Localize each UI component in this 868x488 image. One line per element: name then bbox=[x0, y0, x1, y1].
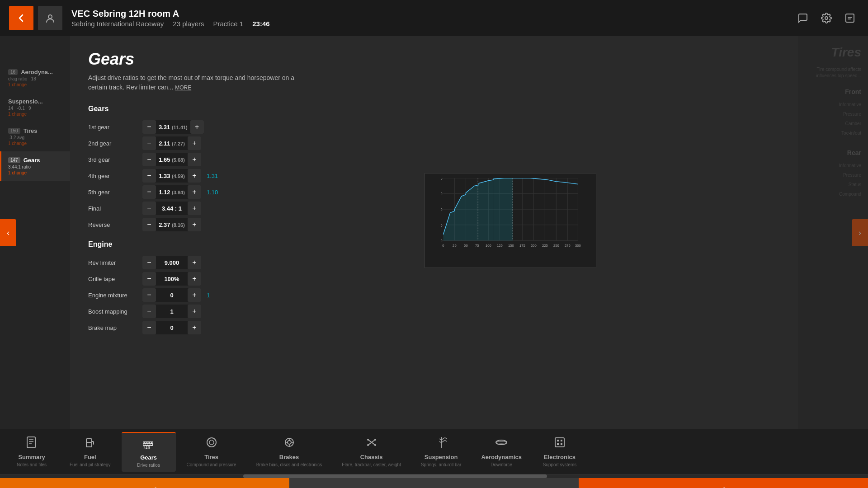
tires-badge: 150 bbox=[8, 128, 20, 134]
electronics-tab-label: Electronics bbox=[544, 454, 576, 460]
tab-aero[interactable]: Aerodynamics Downforce bbox=[472, 432, 531, 472]
svg-point-0 bbox=[48, 15, 52, 19]
reverse-label: Reverse bbox=[88, 221, 142, 228]
tab-brakes[interactable]: Brakes Brake bias, discs and electronics bbox=[247, 432, 331, 472]
gears-sub: 3.44:1 ratio bbox=[8, 164, 63, 169]
gear-4-plus[interactable]: + bbox=[188, 169, 201, 183]
gear-3-plus[interactable]: + bbox=[188, 153, 201, 166]
user-icon-button[interactable] bbox=[38, 6, 62, 30]
right-rear-item-4: Compound bbox=[805, 192, 861, 197]
aero-sub: drag ratio 18 bbox=[8, 76, 63, 81]
tab-fuel[interactable]: Fuel Fuel and pit strategy bbox=[61, 432, 120, 472]
topbar-subtitle: Sebring International Raceway 23 players… bbox=[71, 20, 789, 28]
gear-2-minus[interactable]: − bbox=[142, 136, 156, 150]
scrollbar-thumb[interactable] bbox=[243, 474, 547, 478]
right-front-item-4: Toe-in/out bbox=[805, 131, 861, 136]
tab-summary[interactable]: Summary Notes and files bbox=[5, 432, 59, 472]
svg-rect-72 bbox=[555, 438, 564, 447]
right-front-item-3: Camber bbox=[805, 121, 861, 126]
track-name: Sebring International Raceway bbox=[71, 20, 164, 28]
sidebar-item-suspension[interactable]: Suspensio... 14 -0.1 9 1 change bbox=[0, 93, 70, 122]
gear-row-final: Final − 3.44 : 1 + bbox=[88, 201, 218, 216]
gear-5-minus[interactable]: − bbox=[142, 185, 156, 199]
final-plus[interactable]: + bbox=[188, 202, 201, 215]
grille-tape-minus[interactable]: − bbox=[142, 272, 156, 286]
brake-map-label: Brake map bbox=[88, 324, 142, 331]
gear-1-stepper: − 3.31 (11.41) + bbox=[142, 120, 204, 134]
svg-rect-74 bbox=[561, 440, 562, 441]
tires-change: 1 change bbox=[8, 141, 63, 146]
sidebar-item-aero[interactable]: 16 Aerodyna... drag ratio 18 1 change bbox=[0, 63, 70, 93]
tab-gears[interactable]: R135 240 Gears Drive ratios bbox=[122, 432, 176, 472]
rev-limiter-label: Rev limiter bbox=[88, 259, 142, 266]
session-type: Practice 1 bbox=[213, 20, 244, 28]
sidebar-item-gears[interactable]: 147 Gears 3.44:1 ratio 1 change bbox=[0, 151, 70, 181]
horizontal-scrollbar[interactable] bbox=[0, 474, 868, 478]
chassis-tab-sub: Flare, trackbar, caster, weight bbox=[342, 462, 401, 467]
engine-mixture-label: Engine mixture bbox=[88, 292, 142, 299]
boost-mapping-plus[interactable]: + bbox=[188, 305, 201, 318]
watch-button[interactable]: Watch bbox=[0, 478, 289, 488]
rev-limiter-plus[interactable]: + bbox=[188, 256, 201, 269]
aero-tab-sub: Downforce bbox=[491, 462, 512, 467]
rev-limiter-minus[interactable]: − bbox=[142, 256, 156, 269]
svg-point-65 bbox=[367, 439, 369, 441]
grille-tape-plus[interactable]: + bbox=[188, 272, 201, 286]
gear-2-plus[interactable]: + bbox=[188, 136, 201, 150]
svg-point-58 bbox=[288, 441, 291, 444]
brake-map-stepper: − 0 + bbox=[142, 321, 201, 334]
gear-4-minus[interactable]: − bbox=[142, 169, 156, 183]
brake-map-plus[interactable]: + bbox=[188, 321, 201, 334]
reverse-plus[interactable]: + bbox=[188, 218, 201, 231]
gear-3-minus[interactable]: − bbox=[142, 153, 156, 166]
tab-suspension[interactable]: Suspension Springs, anti-roll bar bbox=[412, 432, 470, 472]
sidebar-prev-button[interactable]: ‹ bbox=[0, 219, 16, 246]
chart-container: 0 20 40 60 80 0 25 50 75 100 125 150 175 bbox=[241, 105, 780, 336]
svg-text:0: 0 bbox=[442, 244, 444, 248]
gear-5-label: 5th gear bbox=[88, 189, 142, 196]
svg-rect-2 bbox=[846, 14, 854, 22]
sidebar-item-tires[interactable]: 150 Tires -3.2 avg 1 change bbox=[0, 122, 70, 151]
tab-electronics[interactable]: Electronics Support systems bbox=[533, 432, 587, 472]
sidebar-right-next-button[interactable]: › bbox=[852, 219, 868, 246]
tires-tab-icon bbox=[205, 436, 218, 452]
svg-text:40: 40 bbox=[441, 207, 443, 212]
svg-marker-22 bbox=[466, 185, 479, 240]
svg-point-71 bbox=[496, 441, 507, 443]
svg-text:80: 80 bbox=[441, 178, 443, 181]
gear-1-plus[interactable]: + bbox=[190, 120, 204, 134]
settings-icon[interactable] bbox=[817, 9, 835, 27]
engine-mixture-plus[interactable]: + bbox=[188, 288, 201, 302]
svg-marker-21 bbox=[454, 195, 466, 241]
right-front-item-2: Pressure bbox=[805, 112, 861, 117]
back-button[interactable] bbox=[9, 6, 33, 30]
svg-point-66 bbox=[374, 439, 376, 441]
gear-5-plus[interactable]: + bbox=[188, 185, 201, 199]
tab-chassis[interactable]: Chassis Flare, trackbar, caster, weight bbox=[333, 432, 410, 472]
svg-marker-24 bbox=[494, 178, 513, 240]
tab-tires[interactable]: Tires Compound and pressure bbox=[178, 432, 245, 472]
sidebar-right: › Tires Tire compound affects influences… bbox=[798, 36, 868, 429]
gear-1-minus[interactable]: − bbox=[142, 120, 156, 134]
gear-row-2: 2nd gear − 2.11 (7.27) + bbox=[88, 136, 218, 151]
brake-map-minus[interactable]: − bbox=[142, 321, 156, 334]
chat-icon[interactable] bbox=[794, 9, 812, 27]
engine-mixture-minus[interactable]: − bbox=[142, 288, 156, 302]
aero-label: Aerodyna... bbox=[21, 69, 53, 75]
svg-text:20: 20 bbox=[441, 223, 443, 228]
electronics-tab-sub: Support systems bbox=[543, 462, 576, 467]
gear-3-value: 1.65 (5.68) bbox=[156, 156, 188, 163]
brakes-tab-icon bbox=[283, 436, 296, 452]
grille-tape-value: 100% bbox=[156, 276, 188, 282]
svg-text:50: 50 bbox=[464, 244, 468, 248]
more-link[interactable]: MORE bbox=[175, 84, 191, 91]
reverse-minus[interactable]: − bbox=[142, 218, 156, 231]
final-minus[interactable]: − bbox=[142, 202, 156, 215]
boost-mapping-minus[interactable]: − bbox=[142, 305, 156, 318]
drive-button[interactable]: Drive bbox=[579, 478, 868, 488]
message-icon[interactable] bbox=[841, 9, 859, 27]
svg-point-67 bbox=[367, 444, 369, 446]
setup-button[interactable]: Setup bbox=[289, 478, 579, 488]
right-sidebar-front-title: Front bbox=[805, 88, 861, 95]
svg-point-70 bbox=[496, 440, 507, 445]
